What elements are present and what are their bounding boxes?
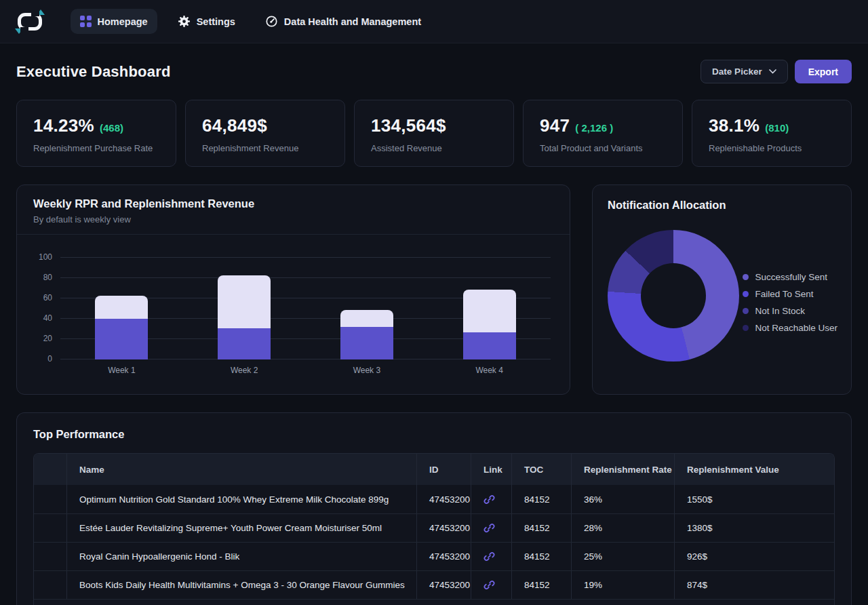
row-select-cell (34, 514, 66, 542)
kpi-secondary-value: (468) (100, 122, 123, 134)
kpi-value: 38.1% (709, 115, 760, 136)
cell-name: Estée Lauder Revitalizing Supreme+ Youth… (66, 514, 416, 542)
gauge-icon (265, 15, 278, 28)
y-tick-label: 80 (32, 273, 52, 282)
x-tick-label: Week 1 (95, 366, 148, 375)
page-title: Executive Dashboard (16, 63, 171, 81)
table-header-cell: Name (66, 454, 416, 485)
cell-link[interactable] (471, 514, 511, 542)
legend-dot (743, 325, 749, 331)
row-select-cell (34, 543, 66, 570)
row-select-cell (34, 571, 66, 599)
cell-id: 47453200 (416, 571, 471, 599)
table-header-cell: Link (471, 454, 511, 485)
top-nav: Homepage Settings (0, 0, 868, 43)
table-header-cell: Replenishment Value (674, 454, 834, 485)
legend-dot (743, 274, 749, 280)
stacked-bar (463, 290, 516, 360)
cell-rate: 36% (571, 485, 674, 513)
legend-item: Successfully Sent (743, 272, 837, 282)
legend-item: Failed To Sent (743, 289, 837, 299)
nav-item-data-health[interactable]: Data Health and Management (262, 8, 431, 35)
kpi-value: 947 (540, 115, 570, 136)
top-performance-table: NameIDLinkTOCReplenishment RateReplenish… (33, 453, 835, 605)
nav-item-label: Data Health and Management (284, 16, 421, 27)
kpi-secondary-value: (810) (765, 122, 789, 134)
cell-name: Boots Kids Daily Health Multivitamins + … (66, 571, 416, 599)
chart-subtitle: By default is weekly view (33, 214, 553, 225)
cell-rate: 19% (571, 571, 674, 599)
cell-id: 47453200 (416, 514, 471, 542)
table-header-cell: ID (416, 454, 471, 485)
table-header-cell (34, 454, 66, 485)
x-tick-label: Week 3 (340, 366, 393, 375)
top-performance-card: Top Performance NameIDLinkTOCReplenishme… (16, 412, 852, 605)
cell-link[interactable] (471, 543, 511, 570)
link-icon (484, 522, 495, 534)
nav-item-label: Settings (197, 16, 235, 27)
page: Homepage Settings (0, 0, 868, 605)
kpi-label: Replenishment Purchase Rate (33, 143, 159, 153)
bar-segment-revenue (218, 275, 271, 328)
bar-segment-revenue (463, 290, 516, 332)
stacked-bar (95, 296, 148, 360)
cell-toc: 84152 (511, 543, 571, 570)
y-tick-label: 0 (32, 354, 52, 364)
donut-title: Notification Allocation (608, 199, 836, 212)
nav-item-homepage[interactable]: Homepage (71, 9, 157, 34)
cell-value: 1550$ (674, 485, 834, 513)
kpi-label: Total Product and Variants (540, 143, 666, 153)
table-row: Optimum Nutrition Gold Standard 100% Whe… (34, 485, 834, 513)
bar-segment-rpr (463, 332, 516, 360)
app-logo[interactable] (16, 12, 43, 32)
table-header-cell: Replenishment Rate (571, 454, 674, 485)
kpi-card: 64,849$Replenishment Revenue (185, 100, 345, 167)
nav-item-settings[interactable]: Settings (175, 8, 245, 35)
legend-dot (743, 291, 749, 297)
x-tick-label: Week 4 (463, 366, 516, 375)
bar-segment-revenue (340, 310, 393, 328)
export-button[interactable]: Export (795, 60, 852, 83)
y-tick-label: 40 (32, 313, 52, 323)
kpi-row: 14.23%(468)Replenishment Purchase Rate64… (16, 100, 852, 167)
cell-name: Royal Canin Hypoallergenic Hond - Blik (66, 543, 416, 570)
y-tick-label: 60 (32, 293, 52, 302)
nav-item-label: Homepage (98, 16, 148, 27)
table-row: Boots Kids Daily Health Multivitamins + … (34, 570, 834, 599)
cell-rate: 25% (571, 543, 674, 570)
table-header-cell: TOC (511, 454, 571, 485)
bar-segment-rpr (218, 328, 271, 360)
kpi-label: Replenishment Revenue (202, 143, 328, 153)
stacked-bar (218, 275, 271, 360)
main-content: Executive Dashboard Date Picker Export 1… (0, 43, 868, 605)
table-header-row: NameIDLinkTOCReplenishment RateReplenish… (34, 454, 834, 485)
row-select-cell (34, 485, 66, 513)
table-row: Royal Canin Hypoallergenic Hond - Blik47… (34, 542, 834, 570)
kpi-value: 64,849$ (202, 115, 267, 136)
y-tick-label: 100 (32, 252, 52, 262)
kpi-card: 947( 2,126 )Total Product and Variants (523, 100, 683, 167)
table-row: Estée Lauder Revitalizing Supreme+ Youth… (34, 513, 834, 542)
donut-chart (608, 230, 739, 362)
cell-rate: 28% (571, 514, 674, 542)
gear-icon (178, 15, 191, 28)
kpi-label: Replenishable Products (709, 143, 835, 153)
cell-toc: 84152 (511, 571, 571, 599)
y-tick-label: 20 (32, 334, 52, 343)
legend-label: Failed To Sent (755, 289, 813, 299)
stacked-bar (340, 310, 393, 360)
cell-value: 874$ (674, 571, 834, 599)
chevron-down-icon (769, 69, 776, 74)
cell-link[interactable] (471, 571, 511, 599)
grid-icon (80, 16, 92, 27)
bar-segment-revenue (95, 296, 148, 319)
legend-label: Successfully Sent (755, 272, 827, 282)
cell-id: 47453200 (416, 543, 471, 570)
date-picker-button[interactable]: Date Picker (701, 60, 788, 83)
bar-segment-rpr (340, 327, 393, 359)
legend-dot (743, 308, 749, 314)
legend-label: Not In Stock (755, 306, 805, 316)
cell-link[interactable] (471, 485, 511, 513)
legend-item: Not Reachable User (743, 323, 837, 333)
donut-legend: Successfully SentFailed To SentNot In St… (743, 272, 837, 333)
